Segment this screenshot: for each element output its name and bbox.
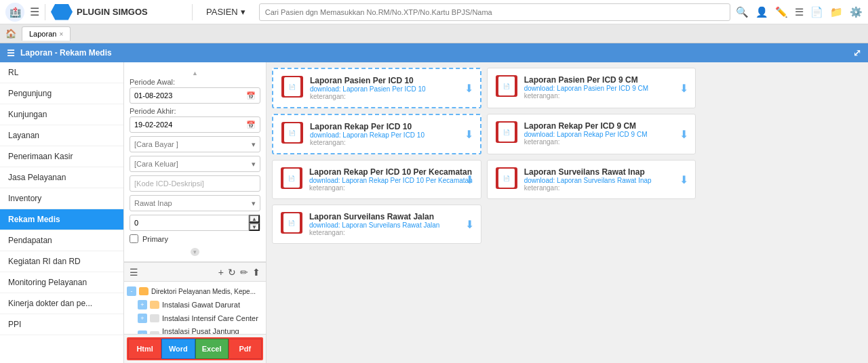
sidebar-item-kegiatan-ri[interactable]: Kegiatan RI dan RD: [0, 251, 123, 272]
user-icon[interactable]: 👤: [755, 6, 768, 18]
tree-folder-root: [139, 287, 149, 295]
page-header-menu-icon[interactable]: ☰: [7, 48, 15, 58]
list-icon[interactable]: ☰: [795, 6, 804, 18]
report-keterangan-7: keterangan:: [309, 229, 473, 236]
kode-icd-input[interactable]: [Kode ICD-Deskripsi]: [130, 175, 260, 192]
primary-checkbox-row: Primary: [130, 234, 260, 243]
excel-button[interactable]: Excel: [195, 339, 229, 359]
button-bar: Html Word Excel Pdf: [128, 339, 262, 359]
report-keterangan-1: keterangan:: [310, 93, 472, 100]
periode-akhir-input[interactable]: 📅: [130, 116, 260, 133]
report-card-5: 📄 Laporan Rekap Per ICD 10 Per Kecamatan…: [272, 160, 481, 199]
tree-add-icon[interactable]: +: [218, 267, 224, 278]
tree-expand-all-icon[interactable]: ⬆: [252, 267, 260, 278]
report-download-btn-1[interactable]: ⬇: [465, 82, 473, 95]
left-panel: ▲ Periode Awal: 📅 Periode Akhir: 📅: [124, 62, 267, 363]
report-icon-inner-3: 📄: [284, 123, 300, 142]
periode-awal-field[interactable]: [134, 91, 246, 100]
number-spinner: ▲ ▼: [248, 215, 260, 231]
scroll-up-icon: ▲: [192, 70, 198, 77]
page-header-expand-icon[interactable]: ⤢: [853, 47, 861, 58]
pdf-button[interactable]: Pdf: [229, 339, 262, 359]
tree-expand-2[interactable]: +: [138, 314, 147, 323]
tree-edit-icon[interactable]: ✏: [240, 267, 248, 278]
edit-icon[interactable]: ✏️: [775, 6, 788, 18]
settings-icon[interactable]: ⚙️: [850, 6, 863, 18]
report-download-6: download: Laporan Surveilans Rawat Inap: [524, 177, 688, 184]
periode-akhir-field[interactable]: [134, 121, 246, 129]
sidebar-item-inventory[interactable]: Inventory: [0, 188, 123, 209]
report-title-1: Laporan Pasien Per ICD 10: [310, 76, 472, 85]
report-download-4: download: Laporan Rekap Per ICD 9 CM: [524, 131, 688, 138]
sidebar-item-rl[interactable]: RL: [0, 62, 123, 83]
tree-item-3[interactable]: + Instalasi Pusat Jantung Terpadu: [124, 325, 266, 334]
calendar-icon-awal[interactable]: 📅: [246, 91, 256, 100]
sidebar-item-kinerja-dokter[interactable]: Kinerja dokter dan pe...: [0, 293, 123, 314]
rawat-select[interactable]: Rawat Inap ▾: [130, 195, 260, 211]
report-download-btn-3[interactable]: ⬇: [465, 128, 473, 141]
report-download-btn-4[interactable]: ⬇: [679, 128, 688, 141]
home-icon[interactable]: 🏠: [5, 28, 16, 39]
sidebar-item-kunjungan[interactable]: Kunjungan: [0, 104, 123, 125]
pasien-selector[interactable]: PASIEN ▾: [198, 7, 254, 17]
report-download-btn-2[interactable]: ⬇: [679, 82, 688, 95]
report-download-7: download: Laporan Surveilans Rawat Jalan: [309, 221, 473, 229]
report-download-btn-5[interactable]: ⬇: [465, 173, 474, 186]
report-download-3: download: Laporan Rekap Per ICD 10: [310, 131, 472, 139]
periode-awal-input[interactable]: 📅: [130, 87, 260, 104]
spinner-down[interactable]: ▼: [249, 223, 260, 231]
report-download-btn-6[interactable]: ⬇: [679, 173, 688, 186]
sidebar-item-jasa-pelayanan[interactable]: Jasa Pelayanan: [0, 167, 123, 188]
number-input[interactable]: [130, 219, 248, 227]
report-title-4: Laporan Rekap Per ICD 9 CM: [524, 121, 688, 131]
tree-item-1[interactable]: + Instalasi Gawat Darurat: [124, 298, 266, 312]
search-icon[interactable]: 🔍: [736, 6, 749, 18]
scroll-down-icon: ▾: [191, 248, 199, 256]
cara-keluar-select[interactable]: [Cara Keluar] ▾: [130, 156, 260, 172]
tree-content: - Direktori Pelayanan Medis, Kepe... + I…: [124, 282, 266, 334]
sidebar-item-layanan[interactable]: Layanan: [0, 125, 123, 146]
report-card-3: 📄 Laporan Rekap Per ICD 10 download: Lap…: [272, 114, 481, 154]
html-button[interactable]: Html: [128, 339, 161, 359]
tree-expand-1[interactable]: +: [138, 300, 147, 309]
tree-item-root[interactable]: - Direktori Pelayanan Medis, Kepe...: [124, 284, 266, 298]
menu-icon[interactable]: ☰: [30, 5, 39, 18]
calendar-icon-akhir[interactable]: 📅: [246, 121, 256, 129]
periode-awal-label: Periode Awal:: [130, 78, 260, 86]
cara-bayar-select[interactable]: [Cara Bayar ] ▾: [130, 136, 260, 152]
pasien-dropdown-icon: ▾: [241, 7, 245, 17]
sidebar-item-rekam-medis[interactable]: Rekam Medis: [0, 209, 123, 230]
sidebar-item-pendapatan[interactable]: Pendapatan: [0, 230, 123, 251]
tab-close-button[interactable]: ×: [59, 30, 63, 38]
scroll-down-indicator: ▾: [130, 247, 260, 256]
report-info-2: Laporan Pasien Per ICD 9 CM download: La…: [524, 75, 688, 100]
spinner-up[interactable]: ▲: [249, 215, 260, 223]
report-card-4: 📄 Laporan Rekap Per ICD 9 CM download: L…: [487, 114, 696, 154]
primary-checkbox[interactable]: [130, 234, 138, 243]
report-icon-inner-4: 📄: [498, 123, 515, 142]
tree-refresh-icon[interactable]: ↻: [228, 267, 236, 278]
tree-item-2[interactable]: + Instalasi Intensif Care Center: [124, 312, 266, 325]
kode-icd-placeholder: [Kode ICD-Deskripsi]: [134, 179, 204, 188]
cara-keluar-dropdown-icon: ▾: [252, 160, 256, 169]
laporan-tab[interactable]: Laporan ×: [22, 26, 71, 41]
report-title-5: Laporan Rekap Per ICD 10 Per Kecamatan: [309, 167, 473, 177]
report-icon-3: 📄: [281, 122, 303, 144]
sidebar-item-pengunjung[interactable]: Pengunjung: [0, 83, 123, 104]
report-icon-inner-5: 📄: [283, 169, 300, 188]
word-button[interactable]: Word: [161, 339, 195, 359]
tree-expand-root[interactable]: -: [127, 286, 136, 296]
number-field[interactable]: ▲ ▼: [130, 215, 260, 231]
sidebar-item-penerimaan-kasir[interactable]: Penerimaan Kasir: [0, 146, 123, 167]
report-download-2: download: Laporan Pasien Per ICD 9 CM: [524, 85, 688, 92]
report-info-6: Laporan Surveilans Rawat Inap download: …: [524, 167, 688, 192]
report-info-7: Laporan Surveilans Rawat Jalan download:…: [309, 212, 473, 236]
search-input[interactable]: [259, 3, 730, 21]
report-title-7: Laporan Surveilans Rawat Jalan: [309, 212, 473, 221]
sidebar-item-ppi[interactable]: PPI: [0, 314, 123, 335]
folder-icon[interactable]: 📁: [830, 6, 843, 18]
report-download-btn-7[interactable]: ⬇: [465, 218, 474, 231]
report-icon-7: 📄: [281, 212, 302, 234]
file-icon[interactable]: 📄: [810, 6, 823, 18]
sidebar-item-monitoring[interactable]: Monitoring Pelayanan: [0, 272, 123, 293]
